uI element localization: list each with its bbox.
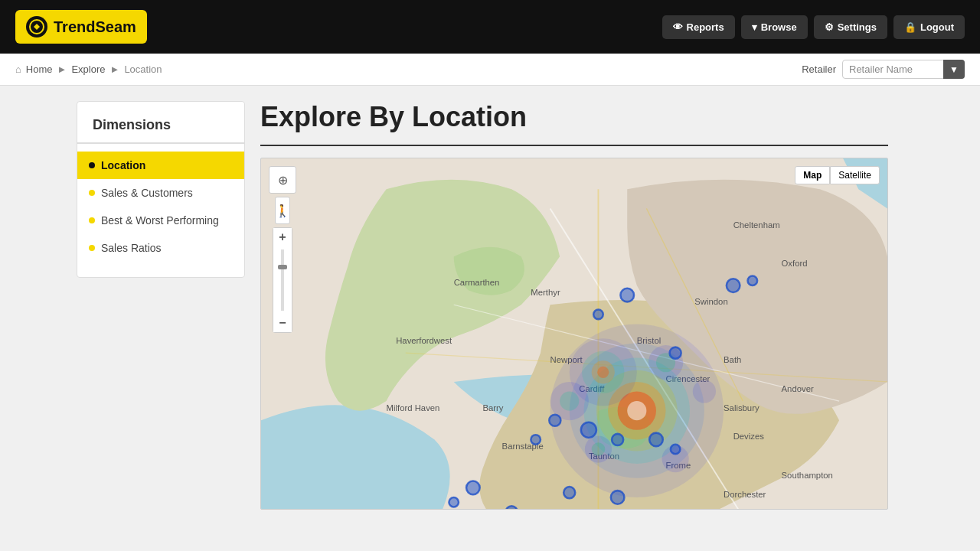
retailer-filter: Retailer Retailer Name ▼ (802, 60, 965, 79)
breadcrumb-location: Location (124, 64, 162, 75)
logo-text: TrendSeam (54, 18, 136, 36)
svg-point-64 (564, 487, 575, 498)
map-type-satellite-button[interactable]: Satellite (830, 166, 880, 184)
map-controls: ⊕ 🚶 + − (269, 166, 296, 333)
svg-point-56 (670, 347, 681, 359)
svg-text:Merthyr: Merthyr (531, 288, 560, 297)
zoom-slider: + − (273, 227, 292, 333)
breadcrumb-bar: ⌂ Home ► Explore ► Location Retailer Ret… (0, 54, 980, 86)
main-content: Dimensions Location Sales & Customers Be… (69, 101, 911, 510)
svg-point-48 (560, 392, 579, 411)
svg-point-50 (592, 442, 606, 456)
svg-point-52 (727, 279, 740, 292)
svg-text:Andover: Andover (782, 384, 814, 393)
retailer-label: Retailer (802, 64, 836, 75)
sidebar-item-location-label: Location (101, 159, 145, 171)
content-area: Explore By Location (245, 101, 903, 510)
svg-point-39 (627, 401, 646, 420)
sidebar-bullet-location (89, 162, 95, 168)
reports-button[interactable]: 👁 Reports (662, 15, 735, 39)
map-type-buttons: Map Satellite (795, 166, 880, 184)
logo-icon (26, 16, 47, 37)
svg-point-53 (748, 276, 758, 285)
svg-point-61 (549, 415, 560, 426)
browse-button[interactable]: ▾ Browse (741, 15, 808, 39)
svg-text:Devizes: Devizes (733, 432, 765, 441)
svg-point-65 (466, 481, 480, 495)
svg-text:Cheltenham: Cheltenham (733, 220, 780, 230)
svg-text:Salisbury: Salisbury (724, 403, 760, 412)
breadcrumb-separator-2: ► (110, 64, 120, 75)
home-icon: ⌂ (15, 64, 21, 75)
zoom-track (281, 249, 284, 311)
map-type-map-button[interactable]: Map (795, 166, 830, 184)
logo[interactable]: TrendSeam (15, 10, 147, 44)
breadcrumb: ⌂ Home ► Explore ► Location (15, 64, 162, 75)
sidebar: Dimensions Location Sales & Customers Be… (77, 101, 245, 278)
sidebar-item-best-worst[interactable]: Best & Worst Performing (77, 207, 244, 234)
svg-point-43 (597, 367, 609, 378)
svg-point-59 (649, 433, 663, 447)
sidebar-item-location[interactable]: Location (77, 152, 244, 179)
svg-text:Barry: Barry (482, 403, 503, 412)
sidebar-item-sales-label: Sales & Customers (101, 187, 193, 199)
retailer-select[interactable]: Retailer Name (842, 60, 965, 79)
logout-icon: 🔒 (904, 21, 916, 33)
logout-button[interactable]: 🔒 Logout (893, 15, 965, 39)
pan-control[interactable]: ⊕ (269, 166, 296, 194)
svg-text:Southampton: Southampton (782, 471, 833, 480)
app-header: TrendSeam 👁 Reports ▾ Browse ⚙ Settings … (0, 0, 980, 54)
svg-point-67 (506, 506, 518, 509)
svg-text:Haverfordwest: Haverfordwest (396, 336, 452, 345)
sidebar-item-ratios-label: Sales Ratios (101, 242, 162, 254)
sidebar-item-sales-customers[interactable]: Sales & Customers (77, 179, 244, 207)
browse-icon: ▾ (752, 21, 757, 33)
svg-text:Swindon: Swindon (694, 297, 727, 306)
retailer-select-wrapper: Retailer Name ▼ (842, 60, 965, 79)
sidebar-bullet-sales (89, 190, 95, 196)
footer (0, 525, 980, 540)
sidebar-item-best-label: Best & Worst Performing (101, 214, 219, 227)
reports-icon: 👁 (673, 21, 683, 33)
breadcrumb-home[interactable]: Home (26, 64, 53, 75)
settings-button[interactable]: ⚙ Settings (814, 15, 887, 39)
map-background: Cheltenham Oxford Swindon Bristol Bath C… (261, 158, 887, 509)
title-divider (260, 145, 888, 146)
sidebar-bullet-ratios (89, 245, 95, 251)
map-container[interactable]: Cheltenham Oxford Swindon Bristol Bath C… (260, 158, 888, 510)
sidebar-bullet-best (89, 217, 95, 223)
zoom-in-button[interactable]: + (273, 228, 292, 246)
page-title: Explore By Location (260, 101, 888, 133)
svg-point-60 (671, 445, 681, 455)
svg-text:Bath: Bath (724, 355, 741, 364)
svg-point-54 (620, 289, 634, 302)
svg-point-63 (611, 491, 625, 504)
svg-point-62 (531, 435, 541, 445)
svg-point-57 (581, 422, 596, 438)
sidebar-item-sales-ratios[interactable]: Sales Ratios (77, 234, 244, 262)
svg-text:Oxford: Oxford (782, 259, 808, 268)
breadcrumb-explore[interactable]: Explore (71, 64, 105, 75)
sidebar-title: Dimensions (77, 117, 244, 144)
street-view-icon[interactable]: 🚶 (275, 197, 290, 224)
svg-text:Dorchester: Dorchester (724, 490, 766, 499)
svg-point-46 (693, 380, 716, 403)
breadcrumb-separator-1: ► (57, 64, 67, 75)
svg-text:Carmarthen: Carmarthen (454, 278, 500, 287)
svg-point-58 (612, 434, 623, 445)
zoom-thumb (278, 265, 287, 269)
svg-point-55 (593, 310, 603, 320)
settings-icon: ⚙ (825, 21, 834, 33)
svg-text:Milford Haven: Milford Haven (387, 403, 440, 412)
svg-point-66 (449, 497, 459, 507)
nav-buttons: 👁 Reports ▾ Browse ⚙ Settings 🔒 Logout (662, 15, 965, 39)
zoom-out-button[interactable]: − (273, 314, 292, 332)
